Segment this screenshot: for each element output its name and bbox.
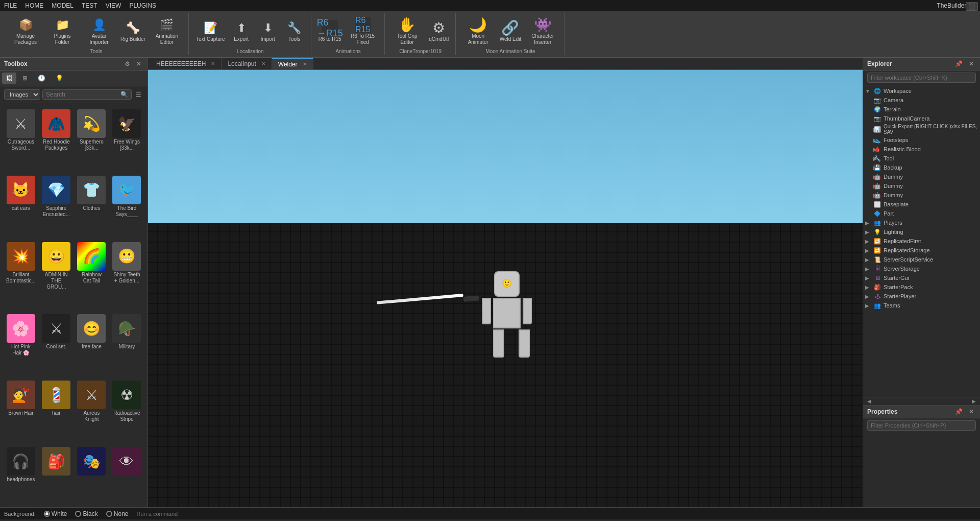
tree-item-baseplate[interactable]: ⬜ Baseplate bbox=[863, 200, 980, 209]
tools-loc-button[interactable]: 🔧 Tools bbox=[282, 19, 307, 43]
tree-item-players[interactable]: ▶ 👥 Players bbox=[863, 218, 980, 227]
tree-item-dummy1[interactable]: ▶ 🤖 Dummy bbox=[863, 172, 980, 181]
tool-item-military[interactable]: 🪖 Military bbox=[110, 312, 143, 376]
search-input[interactable] bbox=[46, 91, 120, 98]
bg-radio-black[interactable] bbox=[75, 511, 81, 517]
tool-item-misc1[interactable]: 🎒 bbox=[40, 445, 73, 503]
menu-test[interactable]: TEST bbox=[82, 2, 97, 9]
tree-item-backup[interactable]: ▶ 💾 Backup bbox=[863, 163, 980, 172]
menu-plugins[interactable]: PLUGINS bbox=[129, 2, 156, 9]
tree-item-dummy2[interactable]: ▶ 🤖 Dummy bbox=[863, 181, 980, 191]
tool-item-sapphire[interactable]: 💎 Sapphire Encrusted... bbox=[40, 174, 73, 238]
viewport-tab-localinput[interactable]: LocalInput ✕ bbox=[222, 58, 272, 69]
tree-item-part[interactable]: 🔷 Part bbox=[863, 209, 980, 218]
tool-item-outrageous-sword[interactable]: ⚔ Outrageous Sword... bbox=[4, 107, 38, 172]
toolbox-tab-grid[interactable]: ⊞ bbox=[18, 73, 32, 84]
tool-item-radioactive[interactable]: ☢ Radioactive Stripe bbox=[110, 378, 143, 443]
explorer-pin-btn[interactable]: 📌 bbox=[953, 60, 965, 68]
tree-item-thumbcam[interactable]: 📷 ThumbnailCamera bbox=[863, 114, 980, 123]
r6-to-r15-button[interactable]: R6→R15 R6 to R15 bbox=[316, 19, 344, 43]
properties-search-input[interactable] bbox=[867, 420, 976, 431]
export-button[interactable]: ⬆ Export bbox=[229, 19, 254, 43]
tool-item-aureus-knight[interactable]: ⚔ Aureus Knight bbox=[75, 378, 108, 443]
tree-item-workspace[interactable]: ▼ 🌐 Workspace bbox=[863, 86, 980, 96]
menu-view[interactable]: VIEW bbox=[106, 2, 121, 9]
bg-radio-none[interactable] bbox=[106, 511, 112, 517]
tool-item-cat-ears[interactable]: 🐱 cat ears bbox=[4, 174, 38, 238]
viewport-tab-localinput-close[interactable]: ✕ bbox=[261, 61, 265, 66]
r6-to-r15-fixed-button[interactable]: R6R15 R6 To R15 Fixed bbox=[346, 16, 380, 46]
tree-item-quickexport[interactable]: ▶ 📊 Quick Export (RIGHT CLICK )xlsx FILE… bbox=[863, 123, 980, 135]
tool-item-clothes[interactable]: 👕 Clothes bbox=[75, 174, 108, 238]
tool-item-superhero[interactable]: 💫 Superhero [33k... bbox=[75, 107, 108, 172]
tree-item-camera[interactable]: 📷 Camera bbox=[863, 96, 980, 105]
weld-edit-button[interactable]: 🔗 Weld Edit bbox=[498, 19, 524, 43]
moon-animator-button[interactable]: 🌙 Moon Animator bbox=[461, 16, 496, 46]
command-input[interactable] bbox=[136, 511, 976, 517]
tool-item-hot-pink[interactable]: 🌸 Hot Pink Hair 🌸 bbox=[4, 312, 38, 376]
tool-item-free-wings[interactable]: 🦅 Free Wings [33k... bbox=[110, 107, 143, 172]
tool-grip-editor-button[interactable]: ✋ Tool Grip Editor bbox=[390, 16, 425, 46]
explorer-search-input[interactable] bbox=[867, 73, 976, 83]
tool-item-brilliant[interactable]: 💥 Brilliant Bombtastic... bbox=[4, 240, 38, 311]
toolbox-tab-light[interactable]: 💡 bbox=[52, 73, 67, 84]
tool-item-the-bird[interactable]: 🐦 The Bird Says____ bbox=[110, 174, 143, 238]
tool-item-admin[interactable]: 😀 ADMIN IN THE GROU... bbox=[40, 240, 73, 311]
explorer-scroll-right[interactable]: ▶ bbox=[968, 397, 980, 405]
explorer-scroll-left[interactable]: ◀ bbox=[863, 397, 875, 405]
toolbox-close-btn[interactable]: ✕ bbox=[134, 60, 143, 68]
bg-option-black[interactable]: Black bbox=[75, 510, 97, 517]
viewport-canvas[interactable]: 🙂 bbox=[148, 70, 863, 507]
tree-item-terrain[interactable]: 🌍 Terrain bbox=[863, 105, 980, 114]
properties-close-btn[interactable]: ✕ bbox=[967, 408, 976, 416]
tool-item-rainbow-cat[interactable]: 🌈 Rainbow Cat Tail bbox=[75, 240, 108, 311]
manage-packages-button[interactable]: 📦 Manage Packages bbox=[8, 16, 43, 46]
tree-item-teams[interactable]: ▶ 👥 Teams bbox=[863, 301, 980, 310]
viewport-tab-welder[interactable]: Welder ✕ bbox=[272, 58, 313, 69]
search-dropdown[interactable]: Images bbox=[4, 89, 40, 100]
filter-btn[interactable]: ☰ bbox=[134, 90, 143, 99]
menu-model[interactable]: MODEL bbox=[52, 2, 74, 9]
tree-item-footsteps[interactable]: ▶ 👟 Footsteps bbox=[863, 135, 980, 145]
explorer-close-btn[interactable]: ✕ bbox=[967, 60, 976, 68]
tree-item-starterpack[interactable]: ▶ 🎒 StarterPack bbox=[863, 282, 980, 292]
tree-item-serverstorage[interactable]: ▶ 🗄 ServerStorage bbox=[863, 264, 980, 273]
plugins-folder-button[interactable]: 📁 Plugins Folder bbox=[45, 16, 80, 46]
tool-item-shiny-teeth[interactable]: 😬 Shiny Teeth + Golden... bbox=[110, 240, 143, 311]
properties-pin-btn[interactable]: 📌 bbox=[953, 408, 965, 416]
tree-item-dummy3[interactable]: ▶ 🤖 Dummy bbox=[863, 191, 980, 200]
viewport-tab-heeeeee[interactable]: HEEEEEEEEEEH ✕ bbox=[150, 58, 222, 69]
tool-item-brown-hair[interactable]: 💇 Brown Hair bbox=[4, 378, 38, 443]
tree-item-serverscriptservice[interactable]: ▶ 📜 ServerScriptService bbox=[863, 255, 980, 264]
tool-item-misc3[interactable]: 👁 bbox=[110, 445, 143, 503]
avatar-importer-button[interactable]: 👤 Avatar Importer bbox=[82, 16, 116, 46]
tree-item-starterplayer[interactable]: ▶ 🕹 StarterPlayer bbox=[863, 292, 980, 301]
toolbox-tab-recent[interactable]: 🕐 bbox=[34, 73, 50, 84]
tool-item-free-face[interactable]: 😊 free face bbox=[75, 312, 108, 376]
bg-radio-white[interactable] bbox=[44, 511, 50, 517]
bg-option-none[interactable]: None bbox=[106, 510, 129, 517]
tool-item-misc2[interactable]: 🎭 bbox=[75, 445, 108, 503]
tool-item-red-hoodie[interactable]: 🧥 Red Hoodie Packages bbox=[40, 107, 73, 172]
qcmdutl-button[interactable]: ⚙ qCmdUtl bbox=[427, 19, 451, 43]
rig-builder-button[interactable]: 🦴 Rig Builder bbox=[118, 19, 148, 43]
toolbox-settings-btn[interactable]: ⚙ bbox=[122, 60, 132, 68]
toolbox-tab-images[interactable]: 🖼 bbox=[2, 73, 16, 84]
text-capture-button[interactable]: 📝 Text Capture bbox=[194, 19, 227, 43]
tool-item-headphones[interactable]: 🎧 headphones bbox=[4, 445, 38, 503]
menu-file[interactable]: FILE bbox=[4, 2, 17, 9]
animation-editor-button[interactable]: 🎬 Animation Editor bbox=[150, 16, 184, 46]
import-button[interactable]: ⬇ Import bbox=[256, 19, 280, 43]
tree-item-tool[interactable]: ▶ 🔧 Tool bbox=[863, 154, 980, 163]
character-inserter-button[interactable]: 👾 Character Inserter bbox=[525, 16, 560, 46]
bg-option-white[interactable]: White bbox=[44, 510, 67, 517]
menu-home[interactable]: HOME bbox=[25, 2, 43, 9]
viewport-tab-welder-close[interactable]: ✕ bbox=[303, 61, 307, 67]
viewport-tab-heeeeee-close[interactable]: ✕ bbox=[211, 61, 215, 66]
tree-item-replicatedstorage[interactable]: ▶ 🔁 ReplicatedStorage bbox=[863, 246, 980, 255]
tree-item-lighting[interactable]: ▶ 💡 Lighting bbox=[863, 227, 980, 236]
viewport-collapse-btn[interactable]: ⬛ bbox=[966, 2, 978, 11]
tool-item-cool-set[interactable]: ⚔ Cool set. bbox=[40, 312, 73, 376]
tree-item-startergui[interactable]: ▶ 🖥 StarterGui bbox=[863, 273, 980, 282]
tree-item-replicatedfirst[interactable]: ▶ 🔁 ReplicatedFirst bbox=[863, 236, 980, 246]
